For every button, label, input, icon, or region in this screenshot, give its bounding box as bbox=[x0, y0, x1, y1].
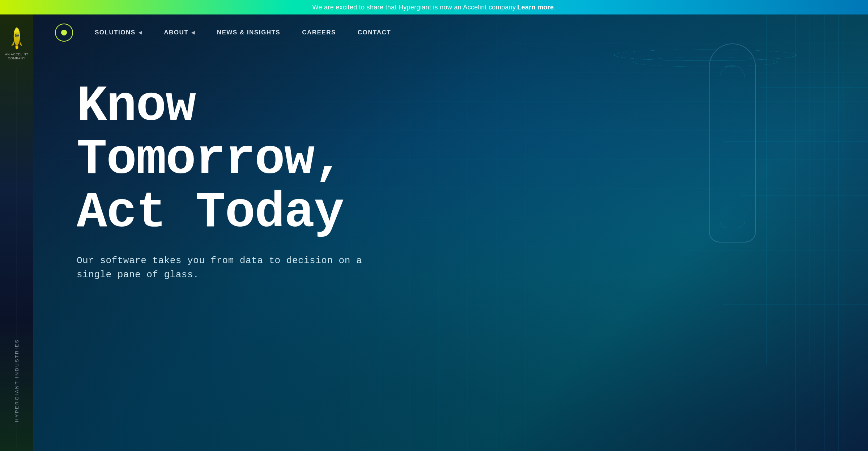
hero-headline-line1: Know bbox=[77, 77, 195, 135]
sidebar: an ACCELINT company HYPERGIANT INDUSTRIE… bbox=[0, 14, 33, 451]
nav-careers-label: CAREERS bbox=[302, 29, 336, 36]
svg-point-2 bbox=[16, 34, 17, 36]
nav-about-label: ABOUT bbox=[164, 29, 188, 36]
logo-accelint-text: an ACCELINT company bbox=[5, 52, 29, 60]
hero-headline: Know Tomorrow, Act Today bbox=[77, 80, 868, 239]
announcement-bar: We are excited to share that Hypergiant … bbox=[0, 0, 868, 14]
nav-careers[interactable]: CAREERS bbox=[302, 29, 336, 36]
logo-container[interactable]: an ACCELINT company bbox=[0, 14, 33, 66]
nav-about-arrow: ◀ bbox=[191, 30, 195, 35]
announcement-suffix: . bbox=[554, 4, 556, 11]
nav-contact-label: CONTACT bbox=[358, 29, 391, 36]
content-area: SOLUTIONS ◀ ABOUT ◀ NEWS & INSIGHTS CARE… bbox=[33, 14, 868, 451]
navbar: SOLUTIONS ◀ ABOUT ◀ NEWS & INSIGHTS CARE… bbox=[33, 14, 868, 51]
nav-items: SOLUTIONS ◀ ABOUT ◀ NEWS & INSIGHTS CARE… bbox=[95, 29, 391, 36]
nav-news[interactable]: NEWS & INSIGHTS bbox=[217, 29, 281, 36]
hero-headline-line2: Tomorrow, bbox=[77, 131, 344, 188]
nav-news-label: NEWS & INSIGHTS bbox=[217, 29, 281, 36]
main-wrapper: an ACCELINT company HYPERGIANT INDUSTRIE… bbox=[0, 14, 868, 451]
nav-solutions-arrow: ◀ bbox=[139, 30, 142, 35]
nav-icon-dot bbox=[61, 30, 67, 35]
announcement-text: We are excited to share that Hypergiant … bbox=[312, 4, 517, 11]
hero-section: Know Tomorrow, Act Today Our software ta… bbox=[33, 51, 868, 282]
svg-point-4 bbox=[16, 46, 17, 49]
sidebar-vertical-label-container: HYPERGIANT INDUSTRIES bbox=[0, 339, 33, 422]
nav-icon bbox=[55, 24, 73, 42]
nav-contact[interactable]: CONTACT bbox=[358, 29, 391, 36]
nav-solutions-label: SOLUTIONS bbox=[95, 29, 136, 36]
logo-rocket-icon bbox=[9, 25, 25, 51]
sidebar-label: HYPERGIANT INDUSTRIES bbox=[14, 339, 20, 422]
hero-headline-line3: Act Today bbox=[77, 184, 344, 241]
hero-subtext: Our software takes you from data to deci… bbox=[77, 254, 373, 282]
hero-subtext-line1: Our software takes you from data to deci… bbox=[77, 255, 362, 266]
announcement-link[interactable]: Learn more bbox=[517, 4, 554, 11]
nav-solutions[interactable]: SOLUTIONS ◀ bbox=[95, 29, 142, 36]
nav-about[interactable]: ABOUT ◀ bbox=[164, 29, 195, 36]
hero-subtext-line2: single pane of glass. bbox=[77, 269, 199, 280]
